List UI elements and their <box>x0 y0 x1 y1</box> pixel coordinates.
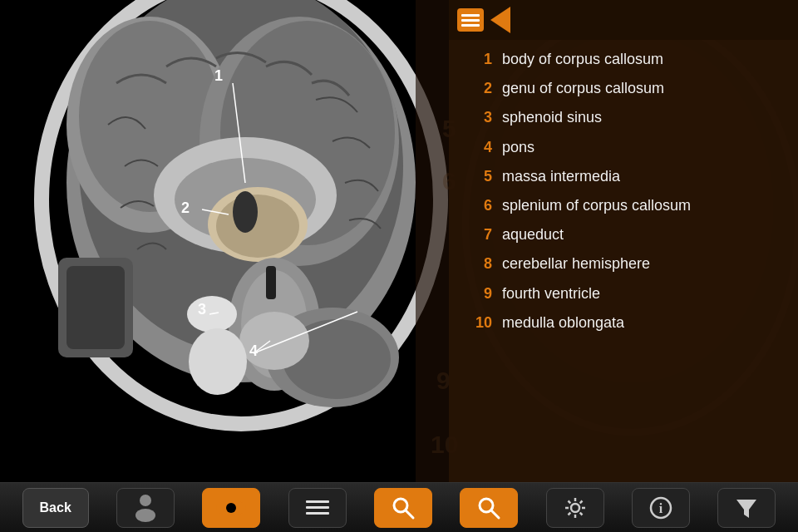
anatomy-item-num: 10 <box>462 313 492 333</box>
svg-point-45 <box>571 504 579 512</box>
list-lines-icon <box>306 500 329 515</box>
svg-line-51 <box>579 512 582 515</box>
anatomy-item-10[interactable]: 10medulla oblongata <box>449 308 798 337</box>
search-button-1[interactable] <box>374 488 432 528</box>
svg-point-39 <box>140 495 151 506</box>
svg-rect-22 <box>66 266 125 349</box>
anatomy-item-label: cerebellar hemisphere <box>502 254 650 274</box>
anatomy-item-num: 3 <box>462 107 492 128</box>
panel-header <box>449 0 798 40</box>
anatomy-item-8[interactable]: 8cerebellar hemisphere <box>449 249 798 278</box>
info-icon: i <box>649 496 672 520</box>
settings-button[interactable] <box>546 488 604 528</box>
back-button[interactable]: Back <box>22 488 89 528</box>
svg-line-53 <box>568 512 570 515</box>
svg-rect-20 <box>266 266 276 299</box>
back-arrow-button[interactable] <box>490 7 510 33</box>
anatomy-item-num: 5 <box>462 166 492 187</box>
anatomy-item-num: 8 <box>462 254 492 274</box>
svg-text:2: 2 <box>181 200 190 216</box>
anatomy-item-label: fourth ventricle <box>502 283 600 304</box>
anatomy-panel: 1body of corpus callosum2genu of corpus … <box>449 0 798 482</box>
anatomy-item-6[interactable]: 6splenium of corpus callosum <box>449 191 798 220</box>
filter-button[interactable] <box>717 488 776 528</box>
anatomy-list: 1body of corpus callosum2genu of corpus … <box>449 40 798 482</box>
anatomy-item-label: aqueduct <box>502 224 564 245</box>
anatomy-item-label: medulla oblongata <box>502 313 624 333</box>
anatomy-item-num: 6 <box>462 195 492 216</box>
anatomy-item-3[interactable]: 3sphenoid sinus <box>449 103 798 132</box>
person-button[interactable] <box>116 488 175 528</box>
list-icon[interactable] <box>457 8 484 32</box>
search-button-2[interactable] <box>460 488 518 528</box>
anatomy-item-label: massa intermedia <box>502 166 620 187</box>
list-button[interactable] <box>288 488 347 528</box>
info-button[interactable]: i <box>632 488 690 528</box>
svg-text:1: 1 <box>214 67 223 84</box>
anatomy-item-1[interactable]: 1body of corpus callosum <box>449 45 798 74</box>
svg-text:i: i <box>659 501 663 515</box>
anatomy-item-5[interactable]: 5massa intermedia <box>449 162 798 191</box>
svg-text:3: 3 <box>198 301 206 318</box>
anatomy-item-num: 9 <box>462 283 492 304</box>
svg-marker-56 <box>736 500 756 518</box>
anatomy-item-7[interactable]: 7aqueduct <box>449 220 798 249</box>
anatomy-item-label: splenium of corpus callosum <box>502 195 691 216</box>
eye-button[interactable] <box>202 488 260 528</box>
svg-line-52 <box>579 500 582 503</box>
svg-point-11 <box>216 195 299 258</box>
eye-icon <box>216 500 246 516</box>
anatomy-item-label: genu of corpus callosum <box>502 78 664 99</box>
svg-line-42 <box>406 510 413 518</box>
filter-icon <box>735 496 758 520</box>
anatomy-item-num: 1 <box>462 49 492 70</box>
anatomy-item-label: pons <box>502 137 534 158</box>
gear-icon <box>564 496 587 520</box>
anatomy-item-4[interactable]: 4pons <box>449 133 798 162</box>
svg-text:4: 4 <box>249 342 258 359</box>
anatomy-item-num: 4 <box>462 137 492 158</box>
anatomy-item-2[interactable]: 2genu of corpus callosum <box>449 74 798 103</box>
search-icon-1 <box>391 495 416 520</box>
anatomy-item-num: 7 <box>462 224 492 245</box>
main-content: 1 2 3 4 5 6 9 10 <box>0 0 798 482</box>
toolbar: Back <box>0 482 798 532</box>
svg-point-40 <box>135 509 155 522</box>
svg-line-50 <box>568 500 570 503</box>
anatomy-item-label: sphenoid sinus <box>502 107 602 128</box>
anatomy-item-num: 2 <box>462 78 492 99</box>
svg-point-16 <box>239 312 309 370</box>
svg-line-44 <box>491 510 499 518</box>
svg-point-19 <box>233 191 258 233</box>
mri-image-area: 1 2 3 4 5 6 9 10 <box>0 0 798 482</box>
anatomy-item-label: body of corpus callosum <box>502 49 663 70</box>
person-icon <box>133 494 158 522</box>
anatomy-item-9[interactable]: 9fourth ventricle <box>449 279 798 308</box>
svg-point-18 <box>189 328 247 395</box>
search-icon-2 <box>476 495 501 520</box>
